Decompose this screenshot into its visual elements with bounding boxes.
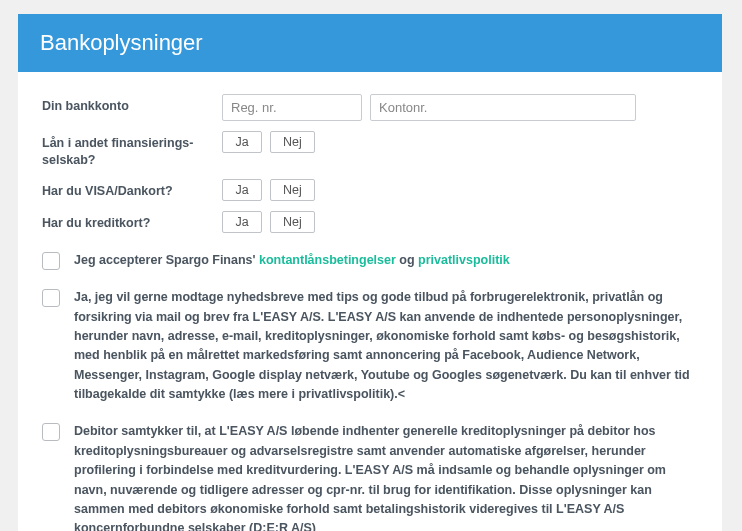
kredit-label: Har du kreditkort? [42,211,222,232]
check-row-terms: Jeg accepterer Spargo Finans' kontantlån… [42,251,698,270]
row-visa: Har du VISA/Dankort? Ja Nej [42,179,698,201]
newsletter-text: Ja, jeg vil gerne modtage nyhedsbreve me… [74,288,698,404]
loan-label: Lån i andet finansierings-selskab? [42,131,222,169]
newsletter-checkbox[interactable] [42,289,60,307]
reg-input[interactable] [222,94,362,121]
credit-checkbox[interactable] [42,423,60,441]
terms-checkbox[interactable] [42,252,60,270]
card-body: Din bankkonto Lån i andet finansierings-… [18,72,722,531]
check-row-newsletter: Ja, jeg vil gerne modtage nyhedsbreve me… [42,288,698,404]
row-kredit: Har du kreditkort? Ja Nej [42,211,698,233]
konto-input[interactable] [370,94,636,121]
loan-yes-button[interactable]: Ja [222,131,262,153]
row-loan: Lån i andet finansierings-selskab? Ja Ne… [42,131,698,169]
terms-link-privacy[interactable]: privatlivspolitik [418,253,510,267]
loan-fields: Ja Nej [222,131,698,153]
row-bank: Din bankkonto [42,94,698,121]
check-row-credit: Debitor samtykker til, at L'EASY A/S løb… [42,422,698,531]
visa-no-button[interactable]: Nej [270,179,315,201]
header-title: Bankoplysninger [40,30,203,55]
form-card: Bankoplysninger Din bankkonto Lån i ande… [18,14,722,531]
visa-label: Har du VISA/Dankort? [42,179,222,200]
visa-fields: Ja Nej [222,179,698,201]
terms-link-conditions[interactable]: kontantlånsbetingelser [259,253,396,267]
card-header: Bankoplysninger [18,14,722,72]
checks-section: Jeg accepterer Spargo Finans' kontantlån… [42,251,698,531]
kredit-no-button[interactable]: Nej [270,211,315,233]
terms-mid: og [396,253,418,267]
terms-text: Jeg accepterer Spargo Finans' kontantlån… [74,251,698,270]
loan-no-button[interactable]: Nej [270,131,315,153]
kredit-fields: Ja Nej [222,211,698,233]
bank-label: Din bankkonto [42,94,222,115]
terms-pre: Jeg accepterer Spargo Finans' [74,253,259,267]
visa-yes-button[interactable]: Ja [222,179,262,201]
credit-text: Debitor samtykker til, at L'EASY A/S løb… [74,422,698,531]
bank-fields [222,94,698,121]
kredit-yes-button[interactable]: Ja [222,211,262,233]
